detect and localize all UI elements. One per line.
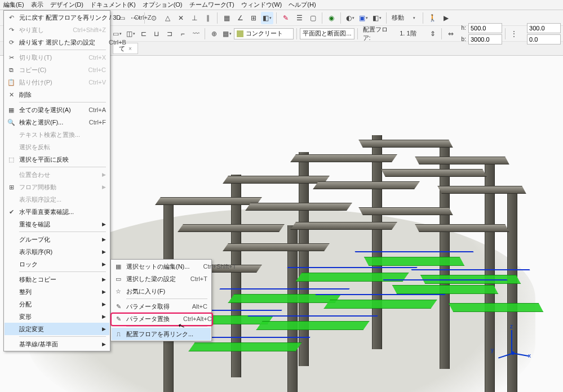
edit-menu-item-28[interactable]: 変形▶ xyxy=(5,310,109,323)
snap-mid[interactable]: △ xyxy=(161,12,174,24)
move-label: 移動 xyxy=(389,14,406,22)
visual-style[interactable]: ◧ xyxy=(371,12,383,24)
align-c[interactable]: ⊔ xyxy=(150,28,162,40)
submenu-arrow-icon: ▶ xyxy=(101,172,106,177)
edit-menu-item-11: テキスト検索と置換... xyxy=(5,128,109,141)
edit-menu-item-22[interactable]: 表示順序(R)▶ xyxy=(5,246,109,258)
menubar: 編集(E) 表示 デザイン(D) ドキュメント(K) オプション(O) チームワ… xyxy=(0,0,563,10)
y-input[interactable] xyxy=(527,34,561,44)
menu-view[interactable]: 表示 xyxy=(31,1,43,9)
active-tool[interactable]: ◧ xyxy=(261,12,273,24)
edit-menu-item-13[interactable]: ⬚選択を平面に反映 xyxy=(5,153,109,166)
settings-submenu-item-5-icon: ✎ xyxy=(114,314,123,323)
tab-1-close-icon[interactable]: × xyxy=(128,46,132,52)
edit-menu-item-10-icon: 🔍 xyxy=(7,118,16,127)
record-icon[interactable]: ▶ xyxy=(440,12,452,24)
menu-help[interactable]: ヘルプ(H) xyxy=(289,1,316,9)
edit-menu-item-18[interactable]: ✔水平垂直要素確認... xyxy=(5,206,109,218)
edit-menu-item-7-icon: ✕ xyxy=(7,90,16,99)
menu-teamwork[interactable]: チームワーク(T) xyxy=(189,1,234,9)
edit-menu-item-22-label: 表示順序(R) xyxy=(19,248,98,256)
offset-icon: ⋮ xyxy=(508,28,520,40)
edit-menu-item-25-label: 移動とコピー xyxy=(19,275,98,284)
edit-menu-item-1-icon: ↷ xyxy=(7,25,16,34)
walk-icon[interactable]: 🚶 xyxy=(426,12,438,24)
edit-menu-item-4: ✂切り取り(T)Ctrl+X xyxy=(5,51,109,64)
edit-menu-item-31[interactable]: 基準線/基準面▶ xyxy=(5,338,109,350)
edge-icon[interactable]: ⌐ xyxy=(177,28,189,40)
settings-submenu-item-2[interactable]: ☆お気に入り(F) xyxy=(112,285,211,297)
edit-menu-item-13-label: 選択を平面に反映 xyxy=(19,155,106,164)
measure-icon[interactable]: ✎ xyxy=(280,12,292,24)
edit-menu-item-26[interactable]: 整列▶ xyxy=(5,286,109,298)
menu-edit[interactable]: 編集(E) xyxy=(3,1,24,9)
edit-menu-item-9-shortcut: Ctrl+A xyxy=(88,106,106,113)
b-input[interactable] xyxy=(468,34,502,44)
submenu-arrow-icon: ▶ xyxy=(101,289,106,295)
edit-menu-item-2[interactable]: ⟳繰り返す 選択した梁の設定Ctrl+B xyxy=(5,36,109,48)
shade-mode[interactable]: ▣ xyxy=(357,12,370,24)
edit-menu-item-29-icon xyxy=(7,324,16,333)
menu-design[interactable]: デザイン(D) xyxy=(50,1,83,9)
snap-perp[interactable]: ⊥ xyxy=(188,12,201,24)
grid-toggle[interactable]: ▦ xyxy=(220,12,233,24)
curve-icon[interactable]: 〰 xyxy=(190,28,202,40)
layers-icon[interactable]: ☰ xyxy=(293,12,305,24)
box-icon[interactable]: ▢ xyxy=(307,12,319,24)
snap-intersect[interactable]: ✕ xyxy=(175,12,187,24)
ortho-icon[interactable]: ⊞ xyxy=(247,12,260,24)
edit-menu-item-23[interactable]: ロック▶ xyxy=(5,258,109,270)
menu-options[interactable]: オプション(O) xyxy=(143,1,183,9)
menu-document[interactable]: ドキュメント(K) xyxy=(90,1,136,9)
edit-menu-item-10[interactable]: 🔍検索と選択(F)...Ctrl+F xyxy=(5,116,109,128)
profile-1[interactable]: ▭ xyxy=(112,28,123,40)
settings-submenu-item-4[interactable]: ✎パラメータ取得Alt+C xyxy=(112,300,211,313)
floor-stepper[interactable]: ⇕ xyxy=(427,28,438,40)
settings-submenu-item-4-icon: ✎ xyxy=(114,302,123,311)
x-input[interactable] xyxy=(527,23,561,33)
edit-menu-item-10-shortcut: Ctrl+F xyxy=(89,119,106,126)
settings-submenu-item-7[interactable]: ⎍配置フロアを再リンク... xyxy=(112,328,211,340)
edit-menu-item-31-label: 基準線/基準面 xyxy=(19,340,98,349)
angle-snap[interactable]: ∠ xyxy=(234,12,246,24)
edit-menu-item-22-icon xyxy=(7,247,16,256)
h-input[interactable] xyxy=(468,23,502,33)
view-button[interactable]: 平面図と断面図... xyxy=(300,28,354,39)
edit-menu-item-0-label: 元に戻す 配置フロアを再リンク / 3D xyxy=(19,14,121,22)
settings-submenu-item-0-shortcut: Ctrl+Shift+T xyxy=(203,263,236,270)
anchor-1[interactable]: ⊕ xyxy=(208,28,220,40)
edit-menu-item-15-icon xyxy=(7,170,16,179)
settings-submenu-item-0[interactable]: ▦選択セットの編集(N)...Ctrl+Shift+T xyxy=(112,260,211,273)
edit-menu-item-11-label: テキスト検索と置換... xyxy=(19,131,106,139)
edit-menu-item-21[interactable]: グループ化▶ xyxy=(5,233,109,246)
edit-menu-item-27[interactable]: 分配▶ xyxy=(5,298,109,310)
submenu-arrow-icon: ▶ xyxy=(101,326,106,332)
settings-submenu-item-1[interactable]: ▭選択した梁の設定Ctrl+T xyxy=(112,273,211,285)
profile-2[interactable]: ◫ xyxy=(125,28,136,40)
edit-menu-item-0[interactable]: ↶元に戻す 配置フロアを再リンク / 3DCtrl+Z xyxy=(5,11,109,24)
edit-menu-item-2-shortcut: Ctrl+B xyxy=(109,39,126,46)
align-l[interactable]: ⊏ xyxy=(138,28,149,40)
move-dropdown[interactable] xyxy=(407,12,420,24)
material-box[interactable]: コンクリート xyxy=(234,28,294,39)
material-swatch xyxy=(237,30,243,37)
edit-menu-item-7[interactable]: ✕削除 xyxy=(5,88,109,101)
globe-icon[interactable]: ◉ xyxy=(325,12,338,24)
edit-menu-item-16-icon: ⊞ xyxy=(7,182,16,191)
snap-parallel[interactable]: ∥ xyxy=(202,12,214,24)
align-r[interactable]: ⊐ xyxy=(164,28,176,40)
settings-submenu-item-5[interactable]: ✎パラメータ置換Ctrl+Alt+C xyxy=(112,313,211,325)
edit-menu-item-13-icon: ⬚ xyxy=(7,155,16,164)
render-mode[interactable]: ◐ xyxy=(344,12,356,24)
edit-menu-item-29[interactable]: 設定変更▶ xyxy=(5,323,109,335)
menu-window[interactable]: ウィンドウ(W) xyxy=(241,1,282,9)
edit-menu-item-9[interactable]: ▦全ての梁を選択(A)Ctrl+A xyxy=(5,104,109,116)
axis-x-label: x xyxy=(528,353,531,359)
edit-menu-item-19[interactable]: 重複を確認▶ xyxy=(5,218,109,230)
h-label: h: xyxy=(462,25,466,31)
anchor-2[interactable]: ▦ xyxy=(221,28,233,40)
edit-menu-item-1: ↷やり直しCtrl+Shift+Z xyxy=(5,24,109,36)
edit-menu-item-15: 位置合わせ▶ xyxy=(5,168,109,181)
edit-menu-item-25[interactable]: 移動とコピー▶ xyxy=(5,273,109,286)
settings-submenu-item-5-label: パラメータ置換 xyxy=(126,315,170,323)
